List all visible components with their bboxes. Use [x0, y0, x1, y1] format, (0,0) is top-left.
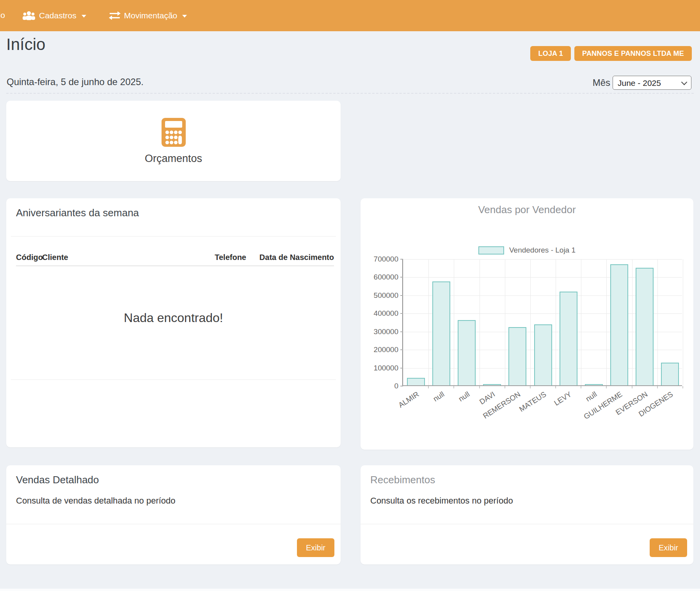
gridline	[454, 259, 454, 385]
gridline	[480, 259, 480, 385]
vendas-detalhado-title: Vendas Detalhado	[16, 474, 99, 486]
y-tick-mark	[400, 386, 403, 386]
nav-item-inicio-label: Início	[0, 11, 5, 20]
month-label: Mês	[593, 77, 610, 88]
x-tick-mark	[530, 386, 531, 388]
x-tick-mark	[555, 386, 556, 388]
gridline	[606, 259, 607, 385]
legend-swatch	[478, 246, 504, 255]
chart-bar-null[interactable]	[432, 281, 450, 385]
gridline	[556, 259, 556, 385]
sales-chart-card: Vendas por Vendedor Vendedores - Loja 1 …	[361, 198, 693, 450]
company-button[interactable]: PANNOS E PANNOS LTDA ME	[574, 46, 692, 61]
x-tick-mark	[453, 386, 454, 388]
column-telefone: Telefone	[199, 253, 246, 262]
recebimentos-title: Recebimentos	[370, 474, 435, 486]
chart-title: Vendas por Vendedor	[361, 204, 693, 216]
birthdays-table-header: Código Cliente Telefone Data de Nascimen…	[16, 249, 334, 266]
vendas-detalhado-card: Vendas Detalhado Consulta de vendas deta…	[6, 465, 341, 564]
recebimentos-description: Consulta os recebimentos no período	[370, 496, 513, 506]
y-tick-mark	[400, 277, 403, 278]
empty-message: Nada encontrado!	[6, 311, 341, 325]
x-tick-mark	[505, 386, 505, 388]
nav-item-inicio[interactable]: Início	[0, 10, 5, 21]
exchange-icon	[109, 11, 121, 20]
gridline	[428, 259, 429, 385]
gridline	[581, 259, 581, 385]
caret-down-icon	[82, 15, 86, 18]
y-axis-label: 700000	[363, 255, 398, 263]
column-data-nascimento: Data de Nascimento	[246, 253, 334, 262]
chart-bar-davi[interactable]	[483, 384, 501, 385]
x-tick-mark	[428, 386, 429, 388]
x-tick-mark	[657, 386, 658, 388]
gridline	[632, 259, 632, 385]
x-tick-mark	[682, 386, 683, 388]
store-buttons: LOJA 1 PANNOS E PANNOS LTDA ME	[530, 46, 692, 61]
gridline	[403, 259, 682, 260]
x-tick-mark	[606, 386, 607, 388]
column-codigo: Código	[16, 253, 42, 262]
chart-legend[interactable]: Vendedores - Loja 1	[361, 246, 693, 255]
x-tick-mark	[479, 386, 480, 388]
orcamentos-card[interactable]: Orçamentos	[6, 101, 341, 181]
month-select[interactable]: June - 2025	[613, 76, 691, 90]
chart-bar-mateus[interactable]	[534, 324, 552, 385]
vendas-detalhado-description: Consulta de vendas detalhada no período	[16, 496, 176, 506]
top-navbar: Início Cadastros Movimentação	[0, 0, 700, 31]
divider	[11, 379, 336, 380]
page: Início Cadastros Movimentação	[0, 0, 700, 591]
users-icon	[22, 11, 36, 21]
y-axis-label: 500000	[363, 291, 398, 300]
y-axis-label: 600000	[363, 273, 398, 281]
chart-bar-remerson[interactable]	[508, 327, 526, 385]
chart-plot: 0100000200000300000400000500000600000700…	[402, 259, 682, 386]
birthdays-title: Aniversariantes da semana	[16, 207, 139, 219]
chart-bar-null[interactable]	[585, 384, 603, 385]
y-tick-mark	[400, 368, 403, 368]
divider	[361, 524, 693, 524]
nav-item-movimentacao[interactable]: Movimentação	[109, 11, 187, 20]
legend-label: Vendedores - Loja 1	[509, 246, 576, 255]
divider	[11, 236, 336, 237]
recebimentos-exibir-button[interactable]: Exibir	[650, 538, 687, 557]
chart-bar-almir[interactable]	[407, 378, 425, 386]
store-button[interactable]: LOJA 1	[530, 46, 571, 61]
nav-item-cadastros[interactable]: Cadastros	[22, 11, 86, 21]
orcamentos-label: Orçamentos	[145, 153, 202, 165]
calculator-icon	[161, 117, 186, 147]
divider	[6, 524, 341, 524]
gridline	[530, 259, 531, 385]
vendas-exibir-button[interactable]: Exibir	[297, 538, 334, 557]
y-tick-mark	[400, 313, 403, 314]
y-axis-label: 200000	[363, 345, 398, 354]
nav-item-movimentacao-label: Movimentação	[124, 11, 178, 20]
caret-down-icon	[182, 15, 187, 18]
chart-bar-null[interactable]	[458, 320, 476, 385]
birthdays-card: Aniversariantes da semana Código Cliente…	[6, 198, 341, 447]
y-axis-label: 300000	[363, 328, 398, 336]
current-date: Quinta-feira, 5 de junho de 2025.	[7, 77, 144, 87]
bottom-strip	[0, 589, 700, 591]
gridline	[683, 259, 683, 385]
nav-item-cadastros-label: Cadastros	[39, 11, 76, 20]
chart-bar-diogenes[interactable]	[661, 363, 679, 385]
gridline	[657, 259, 658, 385]
x-tick-mark	[632, 386, 632, 388]
chart-bar-levy[interactable]	[560, 292, 577, 385]
y-axis-label: 400000	[363, 309, 398, 318]
month-filter: Mês June - 2025	[593, 76, 691, 90]
dashed-separator	[6, 93, 694, 94]
chart-bar-guilherme[interactable]	[610, 264, 628, 385]
y-axis-label: 100000	[363, 364, 398, 372]
column-cliente: Cliente	[42, 253, 199, 262]
gridline	[505, 259, 505, 385]
y-tick-mark	[400, 349, 403, 350]
chart-bar-everson[interactable]	[636, 268, 654, 385]
y-tick-mark	[400, 295, 403, 296]
x-tick-mark	[581, 386, 581, 388]
recebimentos-card: Recebimentos Consulta os recebimentos no…	[361, 465, 693, 564]
y-tick-mark	[400, 259, 403, 260]
y-tick-mark	[400, 331, 403, 332]
y-axis-label: 0	[363, 382, 398, 390]
